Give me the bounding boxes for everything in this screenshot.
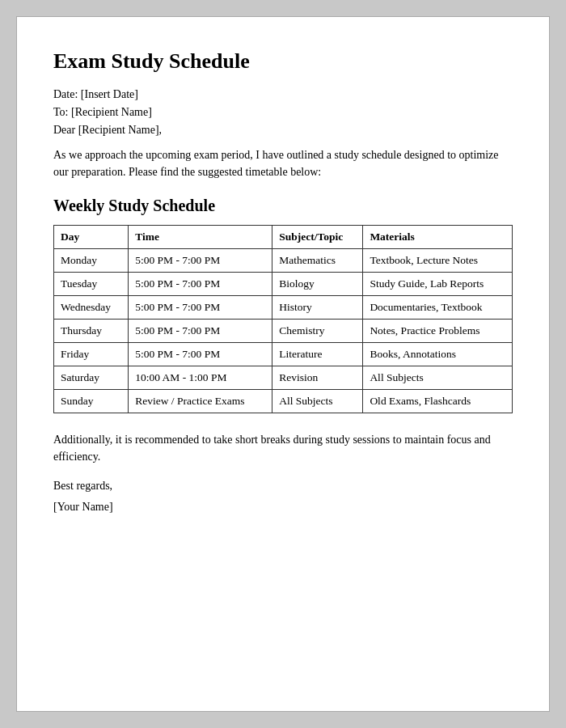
table-cell: Friday — [54, 343, 129, 366]
table-cell: Saturday — [54, 366, 129, 390]
table-cell: Literature — [272, 343, 363, 366]
closing: Best regards, — [53, 480, 513, 493]
section-title: Weekly Study Schedule — [53, 197, 513, 215]
table-header-row: Day Time Subject/Topic Materials — [54, 226, 513, 249]
table-row: Tuesday5:00 PM - 7:00 PMBiologyStudy Gui… — [54, 273, 513, 296]
table-cell: All Subjects — [363, 366, 513, 390]
table-cell: Revision — [272, 366, 363, 390]
to-line: To: [Recipient Name] — [53, 106, 513, 119]
table-row: Monday5:00 PM - 7:00 PMMathematicsTextbo… — [54, 249, 513, 273]
table-cell: Books, Annotations — [363, 343, 513, 366]
col-header-materials: Materials — [363, 226, 513, 249]
table-cell: Chemistry — [272, 320, 363, 343]
table-cell: Notes, Practice Problems — [363, 320, 513, 343]
col-header-subject: Subject/Topic — [272, 226, 363, 249]
table-cell: 10:00 AM - 1:00 PM — [129, 366, 272, 390]
table-cell: History — [272, 296, 363, 320]
footer-text: Additionally, it is recommended to take … — [53, 431, 513, 465]
table-cell: Old Exams, Flashcards — [363, 390, 513, 413]
table-row: Friday5:00 PM - 7:00 PMLiteratureBooks, … — [54, 343, 513, 366]
schedule-table: Day Time Subject/Topic Materials Monday5… — [53, 225, 513, 413]
table-cell: Mathematics — [272, 249, 363, 273]
table-cell: 5:00 PM - 7:00 PM — [129, 249, 272, 273]
col-header-day: Day — [54, 226, 129, 249]
document-page: Exam Study Schedule Date: [Insert Date] … — [16, 16, 550, 712]
table-cell: 5:00 PM - 7:00 PM — [129, 343, 272, 366]
table-cell: Monday — [54, 249, 129, 273]
main-title: Exam Study Schedule — [53, 49, 513, 74]
table-cell: 5:00 PM - 7:00 PM — [129, 273, 272, 296]
table-cell: Tuesday — [54, 273, 129, 296]
table-row: Saturday10:00 AM - 1:00 PMRevisionAll Su… — [54, 366, 513, 390]
table-row: Thursday5:00 PM - 7:00 PMChemistryNotes,… — [54, 320, 513, 343]
table-cell: Biology — [272, 273, 363, 296]
table-cell: Textbook, Lecture Notes — [363, 249, 513, 273]
table-row: SundayReview / Practice ExamsAll Subject… — [54, 390, 513, 413]
date-line: Date: [Insert Date] — [53, 88, 513, 101]
table-cell: 5:00 PM - 7:00 PM — [129, 320, 272, 343]
col-header-time: Time — [129, 226, 272, 249]
table-cell: Review / Practice Exams — [129, 390, 272, 413]
table-cell: Wednesday — [54, 296, 129, 320]
table-cell: Sunday — [54, 390, 129, 413]
table-row: Wednesday5:00 PM - 7:00 PMHistoryDocumen… — [54, 296, 513, 320]
table-cell: Documentaries, Textbook — [363, 296, 513, 320]
table-cell: All Subjects — [272, 390, 363, 413]
table-cell: Thursday — [54, 320, 129, 343]
intro-text: As we approach the upcoming exam period,… — [53, 146, 513, 180]
table-cell: 5:00 PM - 7:00 PM — [129, 296, 272, 320]
table-cell: Study Guide, Lab Reports — [363, 273, 513, 296]
signature: [Your Name] — [53, 501, 513, 514]
salutation: Dear [Recipient Name], — [53, 124, 513, 137]
